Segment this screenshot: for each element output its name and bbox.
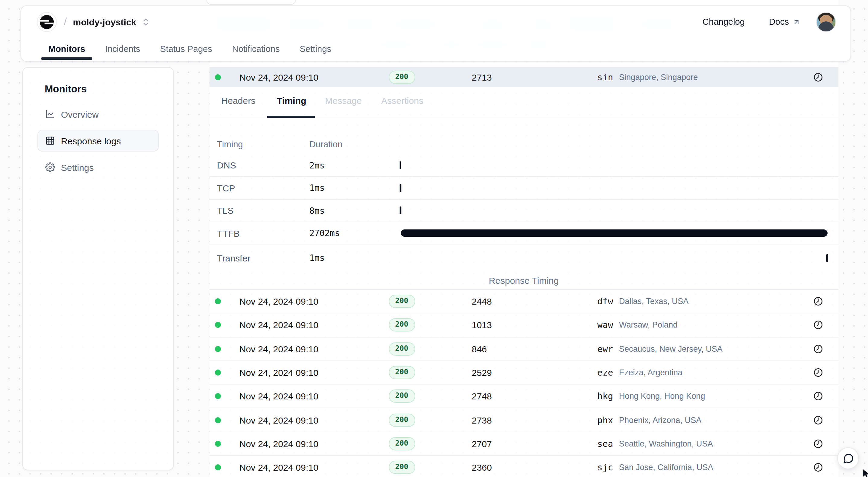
latency-value: 2748	[472, 391, 492, 401]
region-code: sea	[597, 439, 613, 449]
status-dot	[215, 74, 221, 80]
timing-row: Transfer 1ms	[209, 245, 838, 271]
header-tab-settings[interactable]: Settings	[300, 44, 331, 54]
project-name: moldy-joystick	[73, 17, 136, 27]
detail-tab-headers[interactable]: Headers	[221, 95, 255, 106]
timing-row: TTFB 2702ms	[209, 222, 838, 245]
timing-bar	[401, 230, 828, 237]
clock-icon[interactable]	[813, 72, 823, 82]
timing-phase-name: DNS	[217, 160, 309, 171]
log-row[interactable]: Nov 24, 2024 09:10 200 2529 eze Ezeiza, …	[209, 361, 838, 385]
timing-row: TCP 1ms	[209, 177, 838, 200]
clock-icon[interactable]	[813, 344, 823, 354]
timing-phase-name: TTFB	[217, 228, 309, 239]
chat-bubble-icon[interactable]	[837, 447, 859, 469]
region-code: dfw	[597, 296, 613, 306]
clock-icon[interactable]	[813, 367, 823, 378]
log-rows-list: Nov 24, 2024 09:10 200 2448 dfw Dallas, …	[209, 290, 838, 477]
log-row[interactable]: Nov 24, 2024 09:10 200 2707 sea Seattle,…	[209, 432, 838, 456]
log-detail-tabs: HeadersTimingMessageAssertions	[209, 87, 838, 118]
region-code: sin	[597, 72, 613, 82]
primary-nav: MonitorsIncidentsStatus PagesNotificatio…	[21, 35, 850, 62]
detail-tab-assertions: Assertions	[381, 95, 424, 106]
status-code-badge: 200	[389, 70, 415, 84]
status-dot	[215, 346, 221, 352]
clock-icon[interactable]	[813, 296, 823, 306]
arrow-up-right-icon	[793, 18, 800, 26]
sidebar-item-label: Overview	[61, 109, 99, 119]
timing-column-header: Timing	[217, 139, 309, 149]
sidebar-item-overview[interactable]: Overview	[37, 103, 159, 125]
region-location: Hong Kong, Hong Kong	[619, 392, 705, 401]
status-code-badge: 200	[389, 461, 415, 474]
log-row[interactable]: Nov 24, 2024 09:10 200 2360 sjc San Jose…	[209, 456, 838, 477]
timing-track	[399, 184, 828, 192]
response-logs-panel: Nov 24, 2024 09:10 200 2713 sin Singapor…	[209, 0, 838, 477]
timing-track	[399, 254, 828, 262]
region-code: phx	[597, 415, 613, 425]
clock-icon[interactable]	[813, 391, 823, 401]
line-chart-icon	[45, 109, 55, 119]
log-row[interactable]: Nov 24, 2024 09:10 200 846 ewr Secaucus,…	[209, 337, 838, 361]
user-avatar[interactable]	[816, 12, 836, 32]
log-timestamp: Nov 24, 2024 09:10	[239, 439, 318, 449]
detail-tab-timing[interactable]: Timing	[277, 95, 306, 106]
header-tab-monitors[interactable]: Monitors	[48, 44, 85, 54]
sidebar-item-response-logs[interactable]: Response logs	[37, 130, 159, 152]
log-row[interactable]: Nov 24, 2024 09:10 200 1013 waw Warsaw, …	[209, 314, 838, 337]
docs-link[interactable]: Docs	[769, 17, 800, 27]
log-timestamp: Nov 24, 2024 09:10	[239, 344, 318, 354]
header-tab-incidents[interactable]: Incidents	[105, 44, 140, 54]
log-timestamp: Nov 24, 2024 09:10	[239, 415, 318, 425]
header-tab-status-pages[interactable]: Status Pages	[160, 44, 213, 54]
brand-logo-icon[interactable]	[37, 12, 57, 32]
active-tab-underline	[267, 116, 315, 118]
log-row[interactable]: Nov 24, 2024 09:10 200 2448 dfw Dallas, …	[209, 290, 838, 314]
latency-value: 2448	[472, 296, 492, 306]
timing-phase-name: Transfer	[217, 253, 309, 263]
status-dot	[215, 298, 221, 304]
sidebar-item-label: Response logs	[61, 136, 121, 146]
header-tab-notifications[interactable]: Notifications	[232, 44, 280, 54]
log-timestamp: Nov 24, 2024 09:10	[239, 367, 318, 378]
latency-value: 1013	[472, 320, 492, 330]
log-row-selected[interactable]: Nov 24, 2024 09:10 200 2713 sin Singapor…	[209, 67, 838, 87]
sidebar: Monitors Overview Response logs Settings	[22, 67, 174, 470]
latency-value: 2360	[472, 462, 492, 473]
clock-icon[interactable]	[813, 320, 823, 330]
log-detail-section: HeadersTimingMessageAssertions Timing Du…	[209, 87, 838, 477]
status-code-badge: 200	[389, 437, 415, 450]
timing-bar	[400, 184, 401, 192]
clock-icon[interactable]	[813, 439, 823, 449]
latency-value: 846	[472, 344, 487, 354]
timing-row: DNS 2ms	[209, 154, 838, 177]
mouse-cursor	[862, 469, 868, 477]
clock-icon[interactable]	[813, 462, 823, 473]
region-code: sjc	[597, 463, 613, 472]
status-code-badge: 200	[389, 413, 415, 426]
status-code-badge: 200	[389, 390, 415, 403]
timing-row: TLS 8ms	[209, 200, 838, 222]
sidebar-item-label: Settings	[61, 162, 94, 172]
log-timestamp: Nov 24, 2024 09:10	[239, 296, 318, 306]
timing-bar	[826, 254, 828, 262]
region-code: hkg	[597, 392, 613, 401]
region-location: Ezeiza, Argentina	[619, 368, 682, 377]
clock-icon[interactable]	[813, 415, 823, 425]
status-dot	[215, 417, 221, 423]
gear-icon	[45, 162, 55, 172]
region-location: Phoenix, Arizona, USA	[619, 415, 702, 424]
timing-bar	[400, 207, 401, 215]
duration-column-header: Duration	[309, 139, 343, 149]
sidebar-item-settings[interactable]: Settings	[37, 156, 159, 178]
changelog-link[interactable]: Changelog	[703, 17, 745, 27]
log-row[interactable]: Nov 24, 2024 09:10 200 2738 phx Phoenix,…	[209, 409, 838, 432]
region-location: Singapore, Singapore	[619, 72, 698, 82]
log-timestamp: Nov 24, 2024 09:10	[239, 391, 318, 401]
latency-value: 2707	[472, 439, 492, 449]
log-row[interactable]: Nov 24, 2024 09:10 200 2748 hkg Hong Kon…	[209, 385, 838, 409]
log-timestamp: Nov 24, 2024 09:10	[239, 320, 318, 330]
status-code-badge: 200	[389, 319, 415, 332]
chevrons-up-down-icon[interactable]	[141, 17, 150, 26]
status-code-badge: 200	[389, 295, 415, 308]
